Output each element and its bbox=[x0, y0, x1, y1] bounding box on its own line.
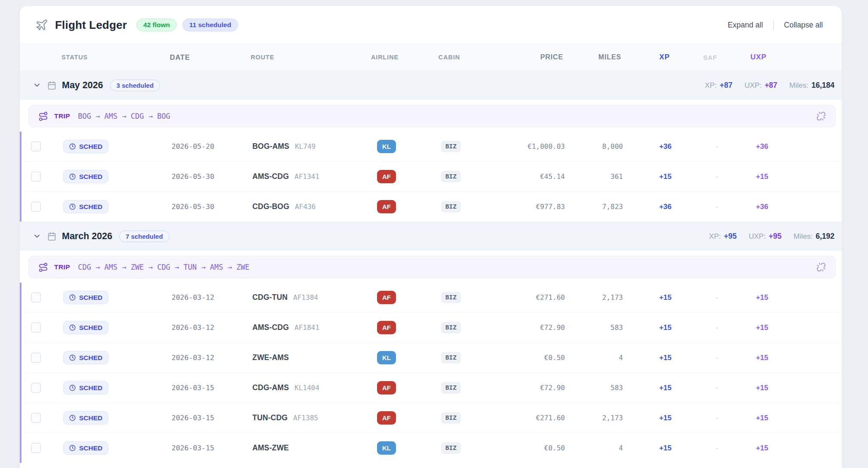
row-checkbox[interactable] bbox=[31, 172, 41, 182]
flight-miles: 4 bbox=[565, 354, 623, 362]
month-uxp-stat: UXP:+95 bbox=[748, 232, 781, 241]
flight-route: BOG-AMS bbox=[252, 142, 289, 151]
flight-uxp: +15 bbox=[719, 444, 768, 453]
flight-miles: 583 bbox=[565, 323, 623, 332]
trip-route: CDG → AMS → ZWE → CDG → TUN → AMS → ZWE bbox=[78, 263, 249, 271]
flight-route: CDG-TUN bbox=[252, 293, 288, 302]
route-icon bbox=[38, 111, 48, 121]
flight-ledger-card: Flight Ledger 42 flown 11 scheduled Expa… bbox=[20, 6, 842, 468]
month-group-header[interactable]: March 2026 7 scheduled XP:+95 UXP:+95 Mi… bbox=[20, 222, 842, 251]
row-checkbox[interactable] bbox=[31, 202, 41, 212]
clock-icon bbox=[69, 415, 76, 421]
flight-miles: 7,823 bbox=[565, 203, 623, 211]
flight-rows: SCHED 2026-03-12 CDG-TUN AF1384 AF BIZ €… bbox=[20, 283, 842, 463]
clock-icon bbox=[69, 294, 76, 301]
flight-number: KL1404 bbox=[294, 384, 319, 392]
miles-stat-value: 16,184 bbox=[811, 81, 834, 89]
month-xp-stat: XP:+87 bbox=[705, 81, 733, 90]
uxp-stat-value: +95 bbox=[769, 232, 782, 240]
row-checkbox[interactable] bbox=[31, 323, 41, 333]
flight-saf: - bbox=[672, 143, 719, 151]
airline-badge: KL bbox=[377, 140, 396, 153]
status-badge: SCHED bbox=[63, 351, 108, 365]
flight-xp: +36 bbox=[623, 203, 672, 211]
row-checkbox[interactable] bbox=[31, 383, 41, 393]
flight-date: 2026-03-12 bbox=[165, 354, 247, 362]
month-group: March 2026 7 scheduled XP:+95 UXP:+95 Mi… bbox=[20, 222, 842, 463]
flight-xp: +15 bbox=[623, 384, 672, 392]
col-price: PRICE bbox=[486, 53, 563, 61]
scheduled-count-badge: 11 scheduled bbox=[182, 18, 238, 31]
unlink-trip-button[interactable] bbox=[816, 262, 826, 272]
flight-date: 2026-05-30 bbox=[165, 203, 247, 211]
flight-route: AMS-CDG bbox=[252, 323, 289, 332]
status-badge: SCHED bbox=[63, 291, 108, 305]
trips-container: TRIP BOG → AMS → CDG → BOG SCHED 2026-05… bbox=[20, 105, 842, 222]
month-stats: XP:+87 UXP:+87 Miles:16,184 bbox=[705, 81, 834, 90]
route-icon bbox=[38, 262, 48, 272]
chevron-down-icon[interactable] bbox=[33, 81, 41, 89]
flight-price: €45.14 bbox=[488, 172, 565, 181]
status-text: SCHED bbox=[79, 143, 102, 150]
status-badge: SCHED bbox=[63, 170, 108, 184]
row-checkbox[interactable] bbox=[31, 443, 41, 453]
col-airline: AIRLINE bbox=[357, 54, 413, 61]
airline-badge: KL bbox=[377, 441, 396, 455]
flight-uxp: +15 bbox=[719, 323, 768, 332]
unlink-icon bbox=[816, 262, 826, 272]
calendar-icon bbox=[47, 232, 56, 241]
unlink-trip-button[interactable] bbox=[816, 111, 826, 121]
flight-row: SCHED 2026-05-30 AMS-CDG AF1341 AF BIZ €… bbox=[21, 162, 842, 192]
collapse-all-button[interactable]: Collapse all bbox=[783, 19, 824, 31]
cabin-badge: BIZ bbox=[441, 322, 461, 333]
flight-miles: 361 bbox=[565, 172, 623, 181]
flown-count-badge: 42 flown bbox=[136, 18, 177, 31]
flight-saf: - bbox=[672, 294, 719, 302]
flight-xp: +15 bbox=[623, 172, 672, 181]
header-actions: Expand all Collapse all bbox=[727, 19, 824, 31]
status-text: SCHED bbox=[79, 203, 102, 210]
month-group-header[interactable]: May 2026 3 scheduled XP:+87 UXP:+87 Mile… bbox=[20, 71, 842, 100]
airline-badge: AF bbox=[377, 411, 396, 425]
trip-route: BOG → AMS → CDG → BOG bbox=[78, 112, 170, 120]
xp-stat-label: XP: bbox=[705, 81, 717, 89]
row-checkbox[interactable] bbox=[31, 292, 41, 302]
flight-number: AF1341 bbox=[294, 172, 319, 181]
flight-route: TUN-CDG bbox=[252, 413, 288, 422]
month-uxp-stat: UXP:+87 bbox=[745, 81, 777, 90]
trip-banner: TRIP BOG → AMS → CDG → BOG bbox=[28, 105, 836, 127]
col-saf: SAF bbox=[670, 54, 717, 61]
row-checkbox[interactable] bbox=[31, 353, 41, 363]
flight-date: 2026-03-15 bbox=[165, 414, 247, 422]
flight-uxp: +15 bbox=[719, 293, 768, 302]
card-header: Flight Ledger 42 flown 11 scheduled Expa… bbox=[20, 6, 842, 44]
flight-number: AF1384 bbox=[293, 293, 318, 302]
flight-uxp: +36 bbox=[719, 203, 768, 211]
chevron-down-icon[interactable] bbox=[33, 232, 41, 240]
row-checkbox[interactable] bbox=[31, 413, 41, 423]
flight-xp: +36 bbox=[623, 142, 672, 151]
airline-badge: AF bbox=[377, 381, 396, 394]
trip-section: TRIP CDG → AMS → ZWE → CDG → TUN → AMS →… bbox=[20, 256, 842, 463]
row-checkbox[interactable] bbox=[31, 142, 41, 151]
uxp-stat-value: +87 bbox=[764, 81, 777, 89]
xp-stat-value: +95 bbox=[724, 232, 737, 240]
status-text: SCHED bbox=[79, 385, 102, 391]
page-title: Flight Ledger bbox=[55, 18, 127, 32]
flight-saf: - bbox=[672, 173, 719, 181]
flight-route: ZWE-AMS bbox=[252, 353, 289, 362]
status-text: SCHED bbox=[79, 173, 102, 180]
airline-badge: AF bbox=[377, 291, 396, 304]
expand-all-button[interactable]: Expand all bbox=[727, 19, 764, 31]
uxp-stat-label: UXP: bbox=[748, 232, 766, 240]
trip-section: TRIP BOG → AMS → CDG → BOG SCHED 2026-05… bbox=[20, 105, 842, 222]
airline-badge: AF bbox=[377, 170, 396, 183]
flight-miles: 2,173 bbox=[565, 414, 623, 422]
status-text: SCHED bbox=[79, 415, 102, 422]
flight-uxp: +15 bbox=[719, 414, 768, 422]
status-badge: SCHED bbox=[63, 411, 108, 425]
clock-icon bbox=[69, 173, 76, 180]
flight-number: KL749 bbox=[295, 142, 316, 151]
flight-route: AMS-ZWE bbox=[252, 443, 289, 453]
month-xp-stat: XP:+95 bbox=[709, 232, 736, 241]
